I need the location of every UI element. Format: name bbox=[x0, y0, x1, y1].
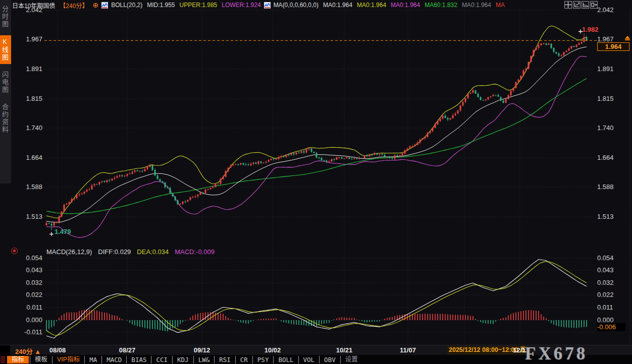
expand-panel-icon[interactable] bbox=[590, 1, 598, 9]
session-low-label: 1.479 bbox=[55, 228, 71, 235]
ma-value-2: MA0:1.964 bbox=[391, 2, 420, 9]
period-label[interactable]: 【240分】 bbox=[60, 1, 88, 10]
ma-value-5: MA bbox=[496, 2, 505, 9]
x-axis-date: 09/12 bbox=[194, 346, 210, 354]
boll-mid-value: MID:1.955 bbox=[147, 2, 175, 9]
tab-ma[interactable]: MA bbox=[84, 356, 101, 363]
tab-cr[interactable]: CR bbox=[235, 356, 252, 363]
tab-boll[interactable]: BOLL bbox=[273, 356, 298, 363]
ma-value-0: MA0:1.964 bbox=[323, 2, 352, 9]
trading-app-window: 日本10年期国债 【240分】 ⊕ BOLL(20,2) MID:1.955 U… bbox=[0, 0, 632, 364]
boll-indicator-icon[interactable] bbox=[101, 2, 108, 9]
macd-panel-header: MACD(26,12,9) DIFF:0.029 DEA:0.034 MACD:… bbox=[46, 248, 215, 256]
boll-lower-value: LOWER:1.924 bbox=[222, 2, 260, 9]
macd-dea-value: DEA:0.034 bbox=[137, 248, 169, 256]
window-control-icons bbox=[564, 1, 598, 9]
corner-block bbox=[0, 345, 10, 355]
toolbar-logo-block bbox=[1, 356, 5, 363]
macd-hist-value: MACD:-0.009 bbox=[175, 248, 215, 256]
tab-settings[interactable]: 设置 bbox=[340, 356, 362, 363]
maximize-sub-chart-icon[interactable] bbox=[582, 1, 589, 9]
ma-params-label: MA(0,0,0,60,0,0) bbox=[274, 2, 319, 9]
ma-value-1: MA0:1.964 bbox=[357, 2, 386, 9]
zoom-plus-icon[interactable]: ⊕ bbox=[92, 1, 98, 9]
sidebar-item-lightning-chart[interactable]: 闪电图 bbox=[0, 69, 11, 96]
pan-tool-icon[interactable] bbox=[564, 1, 572, 9]
chart-type-sidebar: 分时图 K线图 闪电图 合约资料 bbox=[0, 0, 11, 184]
macd-params-label: MACD(26,12,9) bbox=[46, 248, 92, 256]
tab-macd[interactable]: MACD bbox=[101, 356, 126, 363]
sidebar-item-time-chart[interactable]: 分时图 bbox=[0, 3, 11, 31]
macd-diff-value: DIFF:0.029 bbox=[98, 248, 131, 256]
tab-psy[interactable]: PSY bbox=[252, 356, 274, 363]
x-axis-date: 08/08 bbox=[49, 346, 66, 354]
indicator-toolbar: 指标 模板 VIP指标 MA MACD BIAS CCI KDJ LW& RSI… bbox=[0, 355, 632, 364]
last-price-badge: 1.964 bbox=[597, 42, 629, 51]
tab-vip-indicators[interactable]: VIP指标 bbox=[52, 356, 84, 363]
tab-lw[interactable]: LW& bbox=[193, 356, 215, 363]
maximize-main-chart-icon[interactable] bbox=[573, 1, 581, 9]
tab-bias[interactable]: BIAS bbox=[126, 356, 151, 363]
boll-params-label: BOLL(20,2) bbox=[111, 2, 142, 9]
macd-last-value-badge: -0.006 bbox=[597, 323, 625, 331]
sidebar-item-contract-info[interactable]: 合约资料 bbox=[0, 101, 11, 136]
x-axis-last-date: 12/12 bbox=[513, 346, 530, 354]
tab-rsi[interactable]: RSI bbox=[214, 356, 235, 363]
tab-obv[interactable]: OBV bbox=[319, 356, 340, 363]
x-axis-date: 08/27 bbox=[119, 346, 136, 354]
scroll-to-latest-icon[interactable] bbox=[624, 36, 630, 42]
x-axis-date: 10/02 bbox=[265, 346, 281, 354]
x-axis-strip: 240分 ▲ 08/08 08/27 09/12 10/02 10/21 11/… bbox=[0, 345, 632, 355]
x-axis-date: 10/21 bbox=[336, 346, 353, 354]
instrument-title: 日本10年期国债 bbox=[12, 1, 55, 10]
ma-indicator-icon[interactable] bbox=[264, 2, 271, 9]
candlestick-chart-canvas[interactable] bbox=[0, 0, 632, 364]
x-axis-date: 11/07 bbox=[400, 346, 416, 354]
macd-settings-icon[interactable] bbox=[11, 248, 18, 254]
chart-header-bar: 日本10年期国债 【240分】 ⊕ BOLL(20,2) MID:1.955 U… bbox=[12, 0, 632, 10]
ma-value-4: MA0:1.964 bbox=[462, 2, 491, 9]
ma60-value: MA60:1.832 bbox=[425, 2, 457, 9]
tab-indicators[interactable]: 指标 bbox=[7, 356, 29, 363]
tab-cci[interactable]: CCI bbox=[151, 356, 172, 363]
tab-vol[interactable]: VOL bbox=[298, 356, 320, 363]
tab-kdj[interactable]: KDJ bbox=[172, 356, 193, 363]
tab-templates[interactable]: 模板 bbox=[30, 356, 52, 363]
sidebar-item-kline-chart[interactable]: K线图 bbox=[0, 35, 11, 64]
session-high-label: 1.982 bbox=[582, 26, 599, 33]
boll-upper-value: UPPER:1.985 bbox=[180, 2, 218, 9]
